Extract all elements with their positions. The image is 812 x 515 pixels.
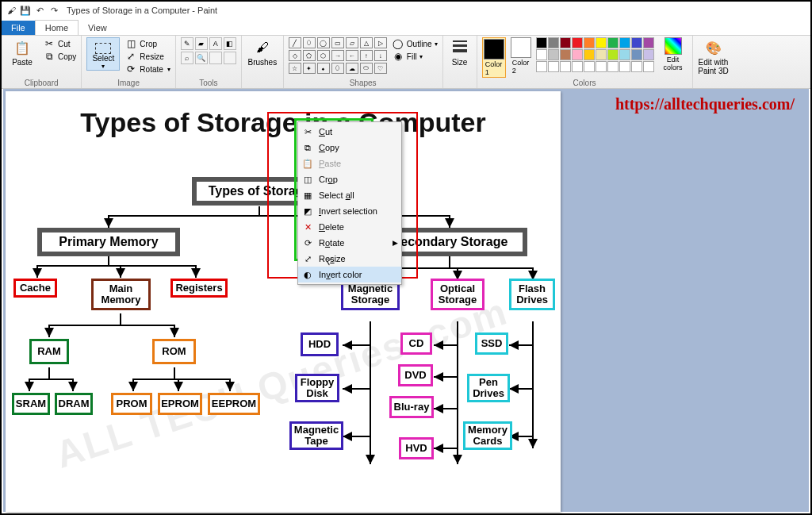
palette-swatch[interactable] bbox=[643, 61, 654, 72]
node-bluray: Blu-ray bbox=[389, 396, 434, 418]
node-flash: Flash Drives bbox=[509, 279, 555, 310]
palette-swatch[interactable] bbox=[536, 37, 547, 48]
paint3d-icon: 🎨 bbox=[705, 39, 722, 56]
palette-swatch[interactable] bbox=[548, 37, 559, 48]
palette-swatch[interactable] bbox=[536, 61, 547, 72]
palette-swatch[interactable] bbox=[584, 49, 595, 60]
invertsel-icon: ◩ bbox=[301, 206, 314, 217]
tab-home[interactable]: Home bbox=[35, 20, 79, 35]
size-icon bbox=[453, 40, 467, 55]
ctx-selectall[interactable]: ▦Select all bbox=[298, 187, 401, 203]
bucket-icon[interactable]: ▰ bbox=[195, 37, 208, 50]
cut-button[interactable]: ✂Cut bbox=[43, 37, 76, 50]
picker-icon[interactable]: ⌕ bbox=[181, 52, 193, 64]
group-brushes: 🖌 Brushes bbox=[242, 36, 284, 88]
paste-icon: 📋 bbox=[13, 39, 31, 56]
palette-swatch[interactable] bbox=[607, 37, 619, 48]
ctx-copy[interactable]: ⧉Copy bbox=[298, 140, 401, 156]
palette-swatch[interactable] bbox=[619, 61, 630, 72]
node-ram: RAM bbox=[29, 339, 69, 364]
palette-swatch[interactable] bbox=[572, 61, 583, 72]
eraser-icon[interactable]: ◧ bbox=[224, 37, 236, 50]
rotate-button[interactable]: ⟳Rotate▾ bbox=[124, 63, 170, 75]
copy-icon: ⧉ bbox=[301, 143, 314, 153]
palette-swatch[interactable] bbox=[560, 49, 571, 60]
ctx-resize[interactable]: ⤢Resize bbox=[298, 251, 401, 267]
watermark: ALL TECH Queries .com bbox=[50, 289, 513, 476]
fill-icon: ◉ bbox=[392, 50, 404, 63]
ctx-cut[interactable]: ✂Cut bbox=[298, 124, 401, 140]
crop-button[interactable]: ◫Crop bbox=[124, 37, 170, 50]
pencil-icon[interactable]: ✎ bbox=[181, 37, 193, 50]
paste-icon: 📋 bbox=[301, 159, 314, 169]
redo-icon[interactable]: ↷ bbox=[48, 4, 60, 17]
palette-swatch[interactable] bbox=[643, 49, 654, 60]
ctx-delete[interactable]: ✕Delete bbox=[298, 219, 401, 235]
overlay-url: https://alltechqueries.com/ bbox=[615, 95, 795, 113]
palette-swatch[interactable] bbox=[643, 37, 654, 48]
ctx-invert-selection[interactable]: ◩Invert selection bbox=[298, 203, 401, 219]
color1-button[interactable]: Color 1 bbox=[482, 37, 506, 78]
shapes-grid[interactable]: ╱⬯◯▭▱△▷ ◇⬠⬡→←↑↓ ☆✦⬥⬯☁⬭♡ bbox=[289, 37, 387, 74]
selectall-icon: ▦ bbox=[301, 190, 314, 201]
zoom-icon[interactable]: 🔍 bbox=[195, 52, 208, 64]
group-paint3d: 🎨 Edit with Paint 3D bbox=[693, 36, 734, 88]
copy-button[interactable]: ⧉Copy bbox=[43, 50, 76, 63]
node-prom: PROM bbox=[111, 393, 152, 415]
workspace: ALL TECH Queries .com Types of Storage i… bbox=[3, 89, 809, 512]
palette-swatch[interactable] bbox=[631, 61, 642, 72]
paste-button[interactable]: 📋 Paste bbox=[6, 37, 38, 67]
color2-button[interactable]: Color 2 bbox=[511, 37, 531, 75]
size-button[interactable]: Size bbox=[448, 37, 472, 67]
ctx-rotate[interactable]: ⟳Rotate▶ bbox=[298, 235, 401, 251]
tab-file[interactable]: File bbox=[2, 21, 35, 35]
palette-swatch[interactable] bbox=[584, 37, 595, 48]
palette-swatch[interactable] bbox=[584, 61, 595, 72]
canvas[interactable]: ALL TECH Queries .com Types of Storage i… bbox=[6, 91, 561, 512]
outline-button[interactable]: ◯Outline▾ bbox=[392, 37, 438, 50]
palette-swatch[interactable] bbox=[548, 49, 559, 60]
resize-icon: ⤢ bbox=[301, 254, 314, 264]
document: ALL TECH Queries .com Types of Storage i… bbox=[6, 91, 561, 512]
tools-grid[interactable]: ✎▰A◧ ⌕🔍 bbox=[181, 37, 236, 64]
text-icon[interactable]: A bbox=[209, 37, 222, 50]
palette-swatch[interactable] bbox=[560, 37, 571, 48]
paint3d-button[interactable]: 🎨 Edit with Paint 3D bbox=[698, 37, 730, 75]
palette-swatch[interactable] bbox=[607, 61, 619, 72]
quick-access-toolbar: 🖌 💾 ↶ ↷ bbox=[5, 4, 60, 17]
brushes-button[interactable]: 🖌 Brushes bbox=[247, 37, 278, 67]
select-button[interactable]: Select ▾ bbox=[86, 37, 120, 71]
edit-colors-icon bbox=[665, 37, 682, 55]
fill-button[interactable]: ◉Fill▾ bbox=[392, 50, 438, 63]
resize-button[interactable]: ⤢Resize bbox=[124, 50, 170, 63]
palette-swatch[interactable] bbox=[536, 49, 547, 60]
node-dram: DRAM bbox=[55, 393, 93, 415]
group-colors: Color 1 Color 2 Edit colors Colors bbox=[477, 36, 693, 88]
cut-icon: ✂ bbox=[43, 37, 56, 50]
undo-icon[interactable]: ↶ bbox=[33, 4, 46, 17]
crop-icon: ◫ bbox=[301, 175, 314, 185]
window-title: Types of Storage in a Computer - Paint bbox=[67, 6, 217, 15]
node-eeprom: EEPROM bbox=[208, 393, 260, 415]
palette-swatch[interactable] bbox=[607, 49, 619, 60]
palette-swatch[interactable] bbox=[619, 37, 630, 48]
palette-swatch[interactable] bbox=[596, 49, 607, 60]
palette-swatch[interactable] bbox=[548, 61, 559, 72]
palette-swatch[interactable] bbox=[631, 37, 642, 48]
select-icon bbox=[95, 43, 111, 54]
save-icon[interactable]: 💾 bbox=[19, 4, 32, 17]
palette-swatch[interactable] bbox=[596, 61, 607, 72]
palette-swatch[interactable] bbox=[631, 49, 642, 60]
node-ssd: SSD bbox=[475, 332, 508, 355]
title-bar: 🖌 💾 ↶ ↷ Types of Storage in a Computer -… bbox=[2, 2, 810, 19]
palette-swatch[interactable] bbox=[560, 61, 571, 72]
ctx-invert-color[interactable]: ◐Invert color bbox=[298, 267, 401, 282]
node-sram: SRAM bbox=[12, 393, 50, 415]
edit-colors-button[interactable]: Edit colors bbox=[659, 37, 688, 71]
palette-swatch[interactable] bbox=[596, 37, 607, 48]
palette-swatch[interactable] bbox=[572, 37, 583, 48]
tab-view[interactable]: View bbox=[79, 21, 117, 35]
ctx-crop[interactable]: ◫Crop bbox=[298, 171, 401, 187]
palette-swatch[interactable] bbox=[619, 49, 630, 60]
palette-swatch[interactable] bbox=[572, 49, 583, 60]
